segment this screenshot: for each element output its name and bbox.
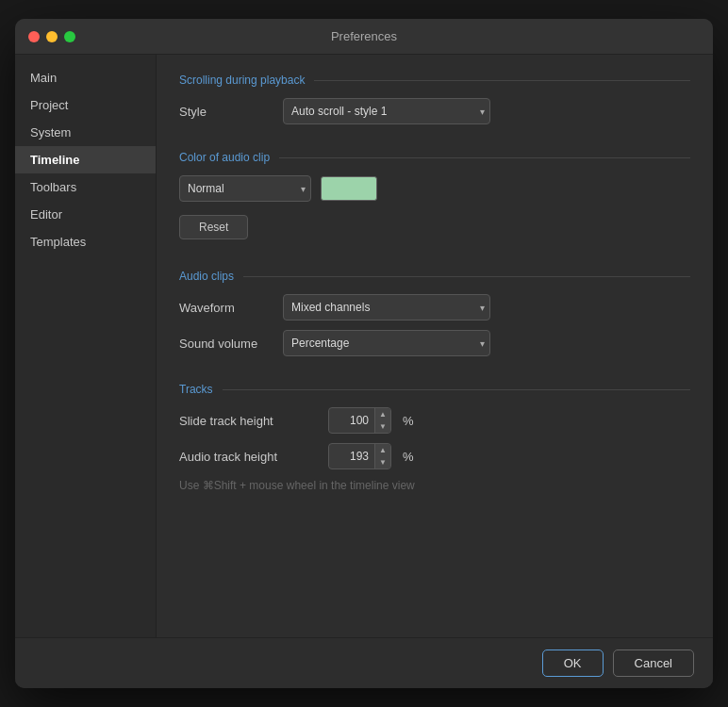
- content-area: Main Project System Timeline Toolbars Ed…: [15, 55, 713, 637]
- slide-track-percent: %: [403, 414, 414, 428]
- waveform-label: Waveform: [179, 301, 273, 315]
- tracks-section: Tracks Slide track height ▲ ▼ % Audio tr…: [179, 383, 690, 492]
- sidebar-item-main[interactable]: Main: [15, 64, 156, 91]
- close-button[interactable]: [28, 31, 40, 42]
- cancel-button[interactable]: Cancel: [613, 649, 694, 677]
- preferences-window: Preferences Main Project System Timeline…: [15, 19, 713, 688]
- scrolling-header: Scrolling during playback: [179, 74, 690, 87]
- slide-track-arrows: ▲ ▼: [374, 408, 390, 433]
- sidebar-item-project[interactable]: Project: [15, 91, 156, 119]
- scrolling-style-select[interactable]: Auto scroll - style 1 Auto scroll - styl…: [283, 98, 490, 124]
- audio-track-input[interactable]: [329, 446, 374, 467]
- ok-button[interactable]: OK: [542, 649, 604, 677]
- color-header: Color of audio clip: [179, 151, 690, 164]
- audio-clips-section: Audio clips Waveform Mixed channels Sepa…: [179, 270, 690, 366]
- color-swatch[interactable]: [321, 176, 377, 201]
- audio-track-label: Audio track height: [179, 450, 321, 464]
- audio-track-row: Audio track height ▲ ▼ %: [179, 443, 690, 469]
- footer: OK Cancel: [15, 637, 713, 688]
- slide-track-row: Slide track height ▲ ▼ %: [179, 407, 690, 434]
- slide-track-input-wrapper: ▲ ▼: [328, 407, 391, 434]
- audio-track-down-arrow[interactable]: ▼: [375, 456, 390, 469]
- audio-track-input-wrapper: ▲ ▼: [328, 443, 391, 469]
- window-title: Preferences: [331, 29, 397, 43]
- waveform-select[interactable]: Mixed channels Separate channels: [283, 294, 490, 321]
- window-controls: [28, 31, 75, 42]
- sidebar-item-editor[interactable]: Editor: [15, 201, 156, 228]
- waveform-row: Waveform Mixed channels Separate channel…: [179, 294, 690, 321]
- tracks-hint: Use ⌘Shift + mouse wheel in the timeline…: [179, 479, 690, 492]
- maximize-button[interactable]: [64, 31, 75, 42]
- reset-button[interactable]: Reset: [179, 215, 248, 239]
- color-section: Color of audio clip Normal Custom Reset: [179, 151, 690, 253]
- slide-track-up-arrow[interactable]: ▲: [375, 408, 390, 420]
- scrolling-style-row: Style Auto scroll - style 1 Auto scroll …: [179, 98, 690, 124]
- scrolling-style-wrapper: Auto scroll - style 1 Auto scroll - styl…: [283, 98, 490, 124]
- tracks-header: Tracks: [179, 383, 690, 396]
- titlebar: Preferences: [15, 19, 713, 55]
- audio-clips-header: Audio clips: [179, 270, 690, 283]
- scrolling-style-label: Style: [179, 105, 273, 119]
- sidebar: Main Project System Timeline Toolbars Ed…: [15, 55, 157, 637]
- scrolling-section: Scrolling during playback Style Auto scr…: [179, 74, 690, 134]
- audio-track-arrows: ▲ ▼: [374, 444, 390, 469]
- audio-track-up-arrow[interactable]: ▲: [375, 444, 390, 456]
- volume-label: Sound volume: [179, 337, 273, 351]
- sidebar-item-system[interactable]: System: [15, 119, 156, 146]
- slide-track-label: Slide track height: [179, 414, 321, 428]
- volume-select-wrapper: Percentage dB: [283, 330, 490, 356]
- minimize-button[interactable]: [46, 31, 58, 42]
- volume-row: Sound volume Percentage dB: [179, 330, 690, 356]
- reset-row: Reset: [179, 211, 690, 243]
- slide-track-down-arrow[interactable]: ▼: [375, 420, 390, 433]
- sidebar-item-toolbars[interactable]: Toolbars: [15, 173, 156, 201]
- normal-select-wrapper: Normal Custom: [179, 175, 311, 202]
- main-panel: Scrolling during playback Style Auto scr…: [157, 55, 713, 637]
- volume-select[interactable]: Percentage dB: [283, 330, 490, 356]
- color-mode-select[interactable]: Normal Custom: [179, 175, 311, 202]
- audio-track-percent: %: [403, 450, 414, 464]
- waveform-select-wrapper: Mixed channels Separate channels: [283, 294, 490, 321]
- color-row: Normal Custom: [179, 175, 690, 202]
- sidebar-item-timeline[interactable]: Timeline: [15, 146, 156, 173]
- sidebar-item-templates[interactable]: Templates: [15, 228, 156, 255]
- slide-track-input[interactable]: [329, 410, 374, 431]
